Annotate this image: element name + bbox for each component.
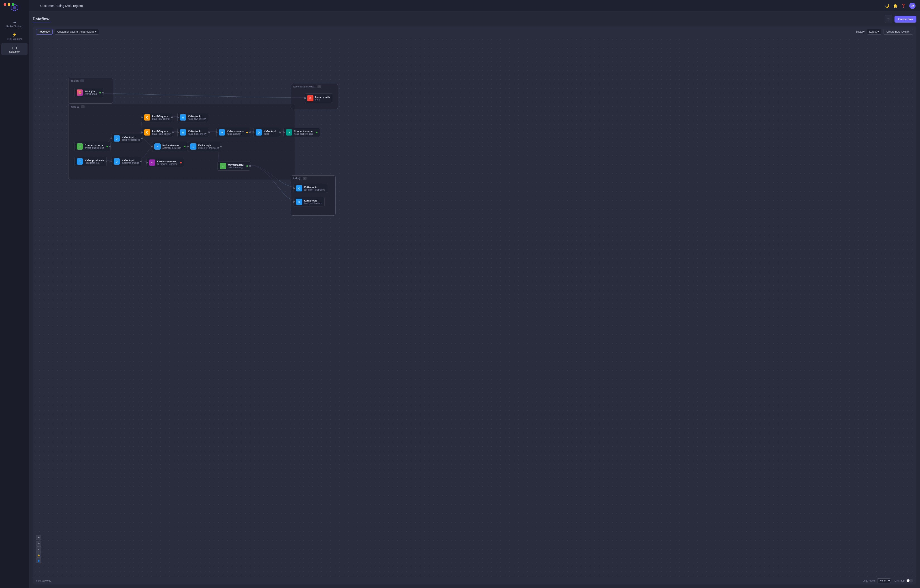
kafka-consumer-status: [180, 162, 182, 163]
kafka-consumer-handle-left: [146, 162, 147, 163]
kafka-topic-low-handle-left: [177, 116, 178, 118]
kafka-topic-jp-notifications-icon: ⟨⟩: [296, 199, 302, 205]
ksqldb-high-handle-left: [141, 131, 143, 133]
kafka-topic-notifications-handle-right: [141, 137, 143, 139]
sidebar-item-flink-clusters[interactable]: ⚡ Flink Clusters: [2, 30, 28, 42]
iceberg-icon: ❄: [307, 95, 313, 101]
node-ksqldb-high[interactable]: Q ksqlDB query fraud_high_priority: [142, 128, 173, 137]
node-kafka-streams-alerting[interactable]: ≋ Kafka streams fraud_alerting: [216, 128, 250, 137]
maximize-dot[interactable]: [11, 3, 14, 6]
cluster-glue-label: glue-catalog-us-east-1 −: [293, 85, 321, 88]
kafka-topic-anomalies-info: Kafka topic customer_anomalies: [198, 144, 219, 149]
latest-dropdown[interactable]: Latest ▾: [867, 29, 881, 35]
minimize-dot[interactable]: [8, 3, 10, 6]
page-header-actions: ↻ Create flow: [884, 15, 917, 23]
zoom-controls: + − ⤢ 🔒 👤: [36, 535, 41, 564]
kafka-topic-fraud-icon: ⟨⟩: [256, 129, 262, 136]
kafka-streams-anomaly-handle-left: [151, 145, 153, 147]
node-iceberg-table[interactable]: ❄ Iceberg table fraud: [305, 94, 333, 103]
help-icon[interactable]: ❓: [901, 3, 906, 8]
node-kafka-topic-high[interactable]: ⟨⟩ Kafka topic fraud_high_priority: [177, 128, 209, 137]
mirrormaker-info: MirrorMaker2 mirror-maker-jp: [228, 163, 244, 169]
bell-icon[interactable]: 🔔: [893, 3, 897, 8]
node-connect-source-crypto[interactable]: ⬧ Connect source crypto_trading_dbz: [74, 142, 110, 151]
kafka-streams-alerting-status: [246, 132, 248, 133]
flink-clusters-icon: ⚡: [12, 32, 17, 37]
sidebar-item-kafka-label: Kafka Clusters: [6, 25, 23, 27]
zoom-out-button[interactable]: −: [36, 541, 41, 546]
edge-labels-text: Edge labels: [863, 579, 875, 582]
kafka-producers-handle-right: [105, 161, 107, 162]
ksqldb-high-icon: Q: [144, 129, 151, 136]
topology-tab[interactable]: Topology: [36, 29, 53, 35]
kafka-topic-trading-handle-right: [140, 161, 142, 162]
main-content: Customer trading (Asia region) 🌙 🔔 ❓ DB …: [29, 0, 920, 588]
node-kafka-topic-jp-notifications[interactable]: ⟨⟩ Kafka topic fraud_notifications: [293, 197, 325, 207]
kafka-consumer-reporting-info: Kafka consumer cx_trading_reporting: [157, 160, 177, 165]
kafka-topic-low-info: Kafka topic fraud_low_priority: [188, 115, 206, 120]
refresh-icon: ↻: [888, 18, 890, 21]
user-button[interactable]: 👤: [36, 558, 41, 564]
flink-uat-minimize-button[interactable]: −: [80, 79, 84, 82]
kafka-topic-anomalies-handle-right: [220, 145, 222, 147]
ksqldb-low-handle-left: [141, 116, 143, 118]
topology-toolbar: Topology Customer trading (Asia region) …: [33, 27, 916, 37]
ksqldb-high-handle-right: [172, 131, 174, 133]
iceberg-handle-left: [304, 97, 306, 99]
new-revision-button[interactable]: Create new revision: [884, 29, 913, 35]
kafka-clusters-icon: ☁: [13, 20, 16, 24]
node-connect-source-fraud[interactable]: ⬧ Connect source fraud_iceberg_glue: [283, 128, 320, 137]
close-dot[interactable]: [3, 3, 6, 6]
node-kafka-consumer-reporting[interactable]: ≋ Kafka consumer cx_trading_reporting: [147, 158, 184, 167]
glue-minimize-button[interactable]: −: [317, 85, 321, 88]
node-kafka-topic-anomalies[interactable]: ⟨⟩ Kafka topic customer_anomalies: [188, 142, 221, 151]
ksqldb-high-info: ksqlDB query fraud_high_priority: [152, 130, 171, 135]
fit-view-button[interactable]: ⤢: [36, 546, 41, 552]
sidebar-item-data-flow[interactable]: ⋮⋮ Data flow: [2, 43, 28, 55]
refresh-button[interactable]: ↻: [884, 15, 892, 23]
cluster-kafka-jp: kafka-jp −: [291, 175, 335, 216]
edge-labels-select[interactable]: None: [877, 578, 891, 583]
node-kafka-topic-jp-anomalies[interactable]: ⟨⟩ Kafka topic customer_anomalies: [293, 184, 327, 193]
kafka-sg-minimize-button[interactable]: −: [81, 105, 84, 108]
node-kafka-producers[interactable]: ⬡ Kafka producers Producers (50): [74, 157, 107, 166]
connect-source-fraud-status: [316, 132, 317, 133]
flink-job-info: Flink job detect-fraud: [85, 90, 97, 95]
sidebar-item-kafka-clusters[interactable]: ☁ Kafka Clusters: [2, 18, 28, 30]
node-flink-job[interactable]: 🎨 Flink job detect-fraud: [74, 88, 104, 97]
page-title: Dataflow: [32, 17, 49, 21]
lock-button[interactable]: 🔒: [36, 552, 41, 557]
kafka-topic-trading-handle-left: [110, 161, 112, 162]
kafka-topic-low-icon: ⟨⟩: [180, 114, 186, 121]
kafka-consumer-reporting-icon: ≋: [149, 160, 155, 166]
node-kafka-topic-low[interactable]: ⟨⟩ Kafka topic fraud_low_priority: [177, 113, 208, 122]
kafka-topic-jp-anomalies-handle-left: [293, 187, 295, 189]
sidebar-item-flink-label: Flink Clusters: [7, 37, 22, 40]
node-mirrormaker[interactable]: ↔ MirrorMaker2 mirror-maker-jp: [217, 161, 250, 171]
flow-selector[interactable]: Customer trading (Asia region) ▾: [55, 29, 99, 35]
create-flow-button[interactable]: Create flow: [894, 16, 917, 23]
kafka-jp-minimize-button[interactable]: −: [303, 177, 306, 180]
moon-icon[interactable]: 🌙: [885, 3, 889, 8]
connect-source-crypto-icon: ⬧: [77, 143, 83, 150]
topology-right: History Latest ▾ Create new revision: [856, 29, 913, 35]
node-kafka-streams-anomaly[interactable]: ≋ Kafka streams anomaly_detection: [152, 142, 188, 151]
node-ksqldb-low[interactable]: Q ksqlDB query fraud_low_priority: [142, 113, 172, 122]
avatar[interactable]: DB: [909, 3, 915, 9]
cluster-kafka-jp-label: kafka-jp −: [293, 177, 306, 180]
dropdown-arrow-icon: ▾: [95, 30, 96, 33]
latest-label: Latest: [869, 30, 876, 33]
kafka-topic-high-handle-left: [177, 131, 178, 133]
edge-labels-control: Edge labels None: [863, 578, 891, 583]
kafka-topic-jp-notifications-handle-left: [293, 201, 295, 203]
kafka-topic-notifications-info: Kafka topic fraud_notifications: [122, 136, 140, 141]
kafka-topic-high-handle-right: [208, 131, 210, 133]
node-kafka-topic-trading[interactable]: ⟨⟩ Kafka topic customer_trading: [111, 157, 141, 166]
node-kafka-topic-fraud[interactable]: ⟨⟩ Kafka topic fraud: [253, 128, 280, 137]
node-kafka-topic-notifications[interactable]: ⟨⟩ Kafka topic fraud_notifications: [111, 134, 142, 143]
history-button[interactable]: History: [856, 30, 865, 33]
mini-map-toggle[interactable]: [906, 579, 913, 582]
kafka-topic-high-icon: ⟨⟩: [180, 129, 186, 136]
canvas[interactable]: flink-uat − kafka-sg − glue-catalog-us-e…: [33, 37, 916, 577]
zoom-in-button[interactable]: +: [36, 535, 41, 540]
